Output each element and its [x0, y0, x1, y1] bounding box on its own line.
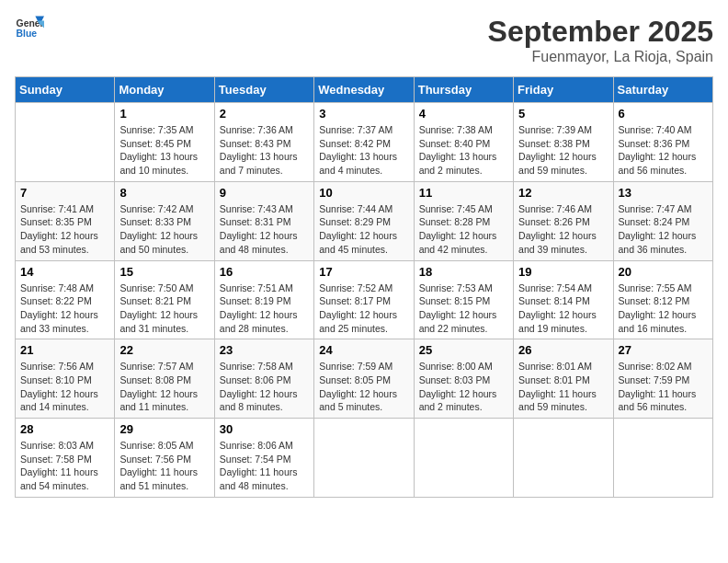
- location: Fuenmayor, La Rioja, Spain: [488, 49, 713, 65]
- calendar-cell: 22Sunrise: 7:57 AM Sunset: 8:08 PM Dayli…: [115, 339, 214, 419]
- day-info: Sunrise: 7:42 AM Sunset: 8:33 PM Dayligh…: [119, 202, 209, 257]
- day-number: 20: [619, 265, 708, 279]
- calendar-table: SundayMondayTuesdayWednesdayThursdayFrid…: [15, 76, 713, 498]
- day-info: Sunrise: 7:41 AM Sunset: 8:35 PM Dayligh…: [20, 202, 109, 257]
- day-info: Sunrise: 7:55 AM Sunset: 8:12 PM Dayligh…: [619, 282, 708, 336]
- svg-text:Blue: Blue: [17, 29, 38, 39]
- calendar-cell: 23Sunrise: 7:58 AM Sunset: 8:06 PM Dayli…: [214, 339, 313, 419]
- day-number: 7: [20, 186, 109, 200]
- day-info: Sunrise: 8:06 AM Sunset: 7:54 PM Dayligh…: [220, 439, 309, 493]
- day-number: 28: [20, 422, 109, 436]
- weekday-header-sunday: Sunday: [16, 77, 115, 103]
- calendar-cell: 12Sunrise: 7:46 AM Sunset: 8:26 PM Dayli…: [514, 181, 613, 260]
- calendar-cell: 24Sunrise: 7:59 AM Sunset: 8:05 PM Dayli…: [314, 339, 414, 419]
- day-info: Sunrise: 8:03 AM Sunset: 7:58 PM Dayligh…: [20, 439, 109, 493]
- calendar-cell: 18Sunrise: 7:53 AM Sunset: 8:15 PM Dayli…: [414, 260, 513, 339]
- calendar-cell: [514, 419, 613, 498]
- weekday-header-thursday: Thursday: [414, 77, 513, 103]
- calendar-cell: 6Sunrise: 7:40 AM Sunset: 8:36 PM Daylig…: [613, 103, 712, 182]
- day-info: Sunrise: 7:52 AM Sunset: 8:17 PM Dayligh…: [319, 282, 408, 336]
- calendar-week-2: 7Sunrise: 7:41 AM Sunset: 8:35 PM Daylig…: [16, 181, 713, 260]
- calendar-cell: 27Sunrise: 8:02 AM Sunset: 7:59 PM Dayli…: [613, 339, 712, 419]
- day-info: Sunrise: 7:44 AM Sunset: 8:29 PM Dayligh…: [319, 202, 408, 257]
- day-number: 13: [619, 186, 708, 200]
- calendar-cell: 20Sunrise: 7:55 AM Sunset: 8:12 PM Dayli…: [613, 260, 712, 339]
- day-number: 25: [419, 343, 508, 357]
- calendar-cell: 11Sunrise: 7:45 AM Sunset: 8:28 PM Dayli…: [414, 181, 513, 260]
- title-block: September 2025 Fuenmayor, La Rioja, Spai…: [488, 15, 713, 65]
- day-number: 3: [319, 107, 408, 121]
- day-info: Sunrise: 7:37 AM Sunset: 8:42 PM Dayligh…: [319, 123, 408, 178]
- day-info: Sunrise: 7:35 AM Sunset: 8:45 PM Dayligh…: [119, 123, 209, 178]
- logo-icon: General Blue: [15, 15, 44, 40]
- calendar-cell: 21Sunrise: 7:56 AM Sunset: 8:10 PM Dayli…: [16, 339, 115, 419]
- calendar-cell: 9Sunrise: 7:43 AM Sunset: 8:31 PM Daylig…: [214, 181, 313, 260]
- day-number: 23: [220, 343, 309, 357]
- calendar-cell: 7Sunrise: 7:41 AM Sunset: 8:35 PM Daylig…: [16, 181, 115, 260]
- day-number: 18: [419, 265, 508, 279]
- day-info: Sunrise: 7:45 AM Sunset: 8:28 PM Dayligh…: [419, 202, 508, 257]
- day-info: Sunrise: 7:51 AM Sunset: 8:19 PM Dayligh…: [220, 282, 309, 336]
- day-number: 26: [518, 343, 608, 357]
- page-header: General Blue September 2025 Fuenmayor, L…: [15, 15, 713, 65]
- calendar-cell: 13Sunrise: 7:47 AM Sunset: 8:24 PM Dayli…: [613, 181, 712, 260]
- day-info: Sunrise: 7:50 AM Sunset: 8:21 PM Dayligh…: [119, 282, 209, 336]
- logo: General Blue: [15, 15, 44, 40]
- calendar-week-1: 1Sunrise: 7:35 AM Sunset: 8:45 PM Daylig…: [16, 103, 713, 182]
- calendar-cell: 25Sunrise: 8:00 AM Sunset: 8:03 PM Dayli…: [414, 339, 513, 419]
- day-info: Sunrise: 8:01 AM Sunset: 8:01 PM Dayligh…: [518, 360, 608, 414]
- weekday-header-monday: Monday: [115, 77, 214, 103]
- day-number: 5: [518, 107, 608, 121]
- weekday-header-friday: Friday: [514, 77, 613, 103]
- calendar-cell: 14Sunrise: 7:48 AM Sunset: 8:22 PM Dayli…: [16, 260, 115, 339]
- calendar-cell: 1Sunrise: 7:35 AM Sunset: 8:45 PM Daylig…: [115, 103, 214, 182]
- calendar-cell: 2Sunrise: 7:36 AM Sunset: 8:43 PM Daylig…: [214, 103, 313, 182]
- day-info: Sunrise: 7:39 AM Sunset: 8:38 PM Dayligh…: [518, 123, 608, 178]
- calendar-cell: 19Sunrise: 7:54 AM Sunset: 8:14 PM Dayli…: [514, 260, 613, 339]
- day-number: 29: [119, 422, 209, 436]
- day-number: 17: [319, 265, 408, 279]
- day-number: 1: [119, 107, 209, 121]
- calendar-week-4: 21Sunrise: 7:56 AM Sunset: 8:10 PM Dayli…: [16, 339, 713, 419]
- calendar-cell: 29Sunrise: 8:05 AM Sunset: 7:56 PM Dayli…: [115, 419, 214, 498]
- weekday-header-wednesday: Wednesday: [314, 77, 414, 103]
- day-info: Sunrise: 7:46 AM Sunset: 8:26 PM Dayligh…: [518, 202, 608, 257]
- calendar-cell: 30Sunrise: 8:06 AM Sunset: 7:54 PM Dayli…: [214, 419, 313, 498]
- calendar-cell: 3Sunrise: 7:37 AM Sunset: 8:42 PM Daylig…: [314, 103, 414, 182]
- calendar-cell: 26Sunrise: 8:01 AM Sunset: 8:01 PM Dayli…: [514, 339, 613, 419]
- calendar-cell: 16Sunrise: 7:51 AM Sunset: 8:19 PM Dayli…: [214, 260, 313, 339]
- day-info: Sunrise: 8:02 AM Sunset: 7:59 PM Dayligh…: [619, 360, 708, 414]
- calendar-cell: [314, 419, 414, 498]
- day-number: 4: [419, 107, 508, 121]
- day-info: Sunrise: 7:36 AM Sunset: 8:43 PM Dayligh…: [220, 123, 309, 178]
- day-info: Sunrise: 7:53 AM Sunset: 8:15 PM Dayligh…: [419, 282, 508, 336]
- day-info: Sunrise: 7:58 AM Sunset: 8:06 PM Dayligh…: [220, 360, 309, 414]
- calendar-cell: [16, 103, 115, 182]
- calendar-cell: 4Sunrise: 7:38 AM Sunset: 8:40 PM Daylig…: [414, 103, 513, 182]
- calendar-cell: 8Sunrise: 7:42 AM Sunset: 8:33 PM Daylig…: [115, 181, 214, 260]
- day-number: 2: [220, 107, 309, 121]
- day-info: Sunrise: 8:05 AM Sunset: 7:56 PM Dayligh…: [119, 439, 209, 493]
- day-info: Sunrise: 7:59 AM Sunset: 8:05 PM Dayligh…: [319, 360, 408, 414]
- calendar-week-5: 28Sunrise: 8:03 AM Sunset: 7:58 PM Dayli…: [16, 419, 713, 498]
- day-number: 24: [319, 343, 408, 357]
- month-title: September 2025: [488, 15, 713, 49]
- day-number: 15: [119, 265, 209, 279]
- calendar-cell: [414, 419, 513, 498]
- day-number: 21: [20, 343, 109, 357]
- day-number: 30: [220, 422, 309, 436]
- day-number: 10: [319, 186, 408, 200]
- day-number: 19: [518, 265, 608, 279]
- calendar-week-3: 14Sunrise: 7:48 AM Sunset: 8:22 PM Dayli…: [16, 260, 713, 339]
- calendar-cell: 10Sunrise: 7:44 AM Sunset: 8:29 PM Dayli…: [314, 181, 414, 260]
- weekday-header-tuesday: Tuesday: [214, 77, 313, 103]
- day-info: Sunrise: 7:47 AM Sunset: 8:24 PM Dayligh…: [619, 202, 708, 257]
- day-info: Sunrise: 7:40 AM Sunset: 8:36 PM Dayligh…: [619, 123, 708, 178]
- day-info: Sunrise: 7:57 AM Sunset: 8:08 PM Dayligh…: [119, 360, 209, 414]
- day-number: 14: [20, 265, 109, 279]
- day-number: 8: [119, 186, 209, 200]
- day-number: 6: [619, 107, 708, 121]
- day-number: 27: [619, 343, 708, 357]
- day-number: 12: [518, 186, 608, 200]
- day-info: Sunrise: 7:56 AM Sunset: 8:10 PM Dayligh…: [20, 360, 109, 414]
